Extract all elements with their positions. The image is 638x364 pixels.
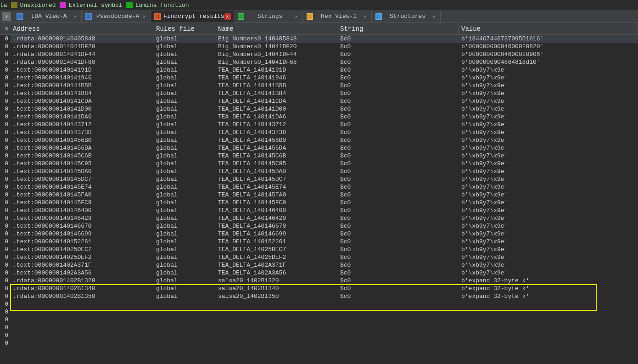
table-row[interactable]: .text:0000000140145C95globalTEA_DELTA_14… [10,160,638,168]
legend-item: Unexplored [11,2,56,9]
struct-icon [375,13,382,20]
column-header-rules[interactable]: Rules file [153,23,215,34]
table-row[interactable]: .text:00000001402A3A56globalTEA_DELTA_14… [10,269,638,277]
cell-string: $c0 [337,175,459,183]
cell-name: TEA_DELTA_140141B84 [215,90,337,97]
cell-address: .rdata:000000014041DF44 [10,50,153,58]
column-header-string[interactable]: String [337,23,459,34]
cell-rules: global [153,222,215,230]
table-body: .rdata:0000000140405848globalBig_Numbers… [10,35,638,364]
table-row[interactable]: .text:0000000140141CDAglobalTEA_DELTA_14… [10,97,638,105]
table-row[interactable]: .rdata:0000000140405848globalBig_Numbers… [10,35,638,43]
cell-address: .text:000000014025DEF2 [10,253,153,261]
table-row[interactable]: .rdata:00000001402B1320globalsalsa20_140… [10,277,638,285]
cell-value: b'\xb9y7\x9e' [459,113,638,121]
gutter-cell: 0 [0,136,10,144]
cell-value: b'00000000004600020906' [459,50,638,58]
panel-close-button[interactable]: ✕ [2,12,11,21]
column-header-value[interactable]: Value [459,23,638,34]
table-row[interactable]: .text:0000000140145DA0globalTEA_DELTA_14… [10,168,638,175]
tab-ida-view-a[interactable]: IDA View-A✕ [13,11,82,22]
cell-address: .text:000000014014191D [10,66,153,74]
cell-address: .rdata:00000001402B1320 [10,277,153,285]
table-row[interactable]: .text:0000000140145E74globalTEA_DELTA_14… [10,183,638,191]
table-row[interactable]: .text:0000000140146429globalTEA_DELTA_14… [10,214,638,222]
cell-rules: global [153,246,215,253]
tab-close-button[interactable]: ✕ [362,13,369,20]
cell-name: salsa20_1402B1320 [215,277,337,285]
tab-close-button[interactable]: ✕ [431,13,437,20]
table-row[interactable]: .rdata:00000001402B1350globalsalsa20_140… [10,292,638,300]
cell-string: $c0 [337,35,459,43]
legend-label: Unexplored [20,2,56,9]
tab-close-button[interactable]: ✕ [72,13,78,20]
table-row[interactable]: .text:0000000140145C6BglobalTEA_DELTA_14… [10,152,638,160]
cell-address: .rdata:00000001402B1350 [10,292,153,300]
cell-name: TEA_DELTA_140141CDA [215,97,337,105]
tab-pseudocode-a[interactable]: Pseudocode-A✕ [82,11,151,22]
table-row[interactable]: .text:000000014014191DglobalTEA_DELTA_14… [10,66,638,74]
gutter-cell: 0 [0,175,10,183]
cell-name: TEA_DELTA_14025DEF2 [215,253,337,261]
tab-close-button[interactable]: ✕ [293,13,300,20]
table-row[interactable]: .text:0000000140145FA0globalTEA_DELTA_14… [10,191,638,199]
cell-rules: global [153,105,215,113]
table-row[interactable]: .text:000000014025DEF2globalTEA_DELTA_14… [10,253,638,261]
table-row[interactable]: .text:0000000140152261globalTEA_DELTA_14… [10,238,638,246]
cell-rules: global [153,183,215,191]
cell-string: $c0 [337,66,459,74]
table-row[interactable]: .text:0000000140145DC7globalTEA_DELTA_14… [10,175,638,183]
tab-close-button[interactable]: ✕ [224,13,231,20]
cell-address: .text:0000000140146699 [10,230,153,238]
tab-structures[interactable]: Structures✕ [372,11,441,22]
table-row[interactable]: .text:00000001401456DAglobalTEA_DELTA_14… [10,144,638,152]
cell-address: .text:000000014025DEC7 [10,246,153,253]
table-row[interactable]: .text:0000000140141B84globalTEA_DELTA_14… [10,90,638,97]
cell-address: .text:0000000140145C6B [10,152,153,160]
cell-value: b'\xb9y7\x9e' [459,175,638,183]
table-row[interactable]: .rdata:00000001402B1340globalsalsa20_140… [10,285,638,292]
cell-string: $c0 [337,253,459,261]
table-row[interactable]: .text:000000014014373DglobalTEA_DELTA_14… [10,129,638,136]
cell-address: .text:0000000140152261 [10,238,153,246]
table-row[interactable]: .rdata:000000014041DF44globalBig_Numbers… [10,50,638,58]
gutter-cell: 0 [0,50,10,58]
table-row[interactable]: .text:00000001402A371FglobalTEA_DELTA_14… [10,261,638,269]
strings-icon [238,13,244,20]
table-row[interactable]: .text:0000000140141B5BglobalTEA_DELTA_14… [10,82,638,90]
table-row[interactable]: .text:000000014025DEC7globalTEA_DELTA_14… [10,246,638,253]
column-header-address[interactable]: Address [10,23,153,34]
cell-string: $c0 [337,199,459,207]
cell-address: .text:00000001401456DA [10,144,153,152]
cell-address: .rdata:000000014041DF20 [10,43,153,50]
cell-value: b'\xb9y7\x9e' [459,168,638,175]
cell-string: $c0 [337,238,459,246]
tab-findcrypt-results[interactable]: Findcrypt results✕ [151,11,234,22]
table-row[interactable]: .text:0000000140146699globalTEA_DELTA_14… [10,230,638,238]
cell-value: b'\xb9y7\x9e' [459,66,638,74]
cell-string: $c0 [337,144,459,152]
cell-name: TEA_DELTA_140145E74 [215,183,337,191]
tab-close-button[interactable]: ✕ [141,13,147,20]
table-row[interactable]: .text:0000000140143712globalTEA_DELTA_14… [10,121,638,129]
tab-hex-view-1[interactable]: Hex View-1✕ [303,11,372,22]
cell-value: b'\xb9y7\x9e' [459,105,638,113]
column-header-name[interactable]: Name [215,23,337,34]
cell-value: b'\xb9y7\x9e' [459,121,638,129]
table-row[interactable]: .text:0000000140141DA6globalTEA_DELTA_14… [10,113,638,121]
table-row[interactable]: .rdata:000000014041DF68globalBig_Numbers… [10,58,638,66]
table-row[interactable]: .rdata:000000014041DF20globalBig_Numbers… [10,43,638,50]
table-row[interactable]: .text:0000000140141D00globalTEA_DELTA_14… [10,105,638,113]
table-row[interactable]: .text:0000000140146400globalTEA_DELTA_14… [10,207,638,214]
table-row[interactable]: .text:00000001401456B0globalTEA_DELTA_14… [10,136,638,144]
table-row[interactable]: .text:0000000140141946globalTEA_DELTA_14… [10,74,638,82]
table-row[interactable]: .text:0000000140146670globalTEA_DELTA_14… [10,222,638,230]
gutter-cell: 0 [0,292,10,300]
swatch-icon [60,2,66,8]
cell-address: .rdata:000000014041DF68 [10,58,153,66]
table-row[interactable]: .text:0000000140145FC9globalTEA_DELTA_14… [10,199,638,207]
tab-strings[interactable]: Strings✕ [234,11,303,22]
cell-address: .text:0000000140141D00 [10,105,153,113]
gutter-cell: 0 [0,230,10,238]
cell-name: Big_Numbers0_14041DF68 [215,58,337,66]
